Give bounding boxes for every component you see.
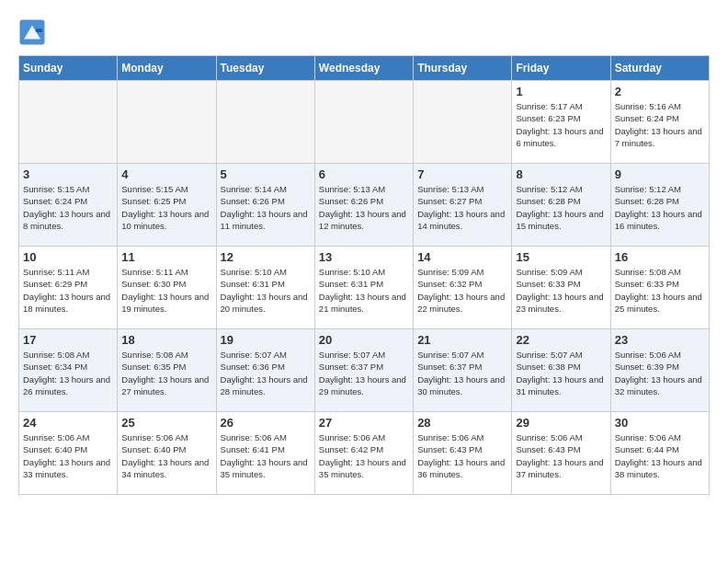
day-number: 30	[615, 416, 705, 430]
day-info: Sunrise: 5:06 AMSunset: 6:39 PMDaylight:…	[615, 349, 705, 397]
weekday-header-wednesday: Wednesday	[314, 56, 413, 81]
day-number: 27	[319, 416, 409, 430]
day-number: 11	[121, 250, 211, 264]
calendar-cell: 21Sunrise: 5:07 AMSunset: 6:37 PMDayligh…	[414, 329, 512, 412]
day-info: Sunrise: 5:07 AMSunset: 6:36 PMDaylight:…	[221, 349, 311, 397]
weekday-header-row: SundayMondayTuesdayWednesdayThursdayFrid…	[19, 56, 710, 81]
weekday-header-thursday: Thursday	[414, 56, 512, 81]
day-number: 20	[319, 333, 409, 347]
day-info: Sunrise: 5:11 AMSunset: 6:29 PMDaylight:…	[23, 266, 113, 315]
day-info: Sunrise: 5:08 AMSunset: 6:34 PMDaylight:…	[23, 349, 113, 397]
day-number: 14	[417, 250, 507, 264]
day-info: Sunrise: 5:12 AMSunset: 6:28 PMDaylight:…	[615, 183, 705, 232]
calendar-cell: 26Sunrise: 5:06 AMSunset: 6:41 PMDayligh…	[216, 412, 314, 495]
calendar-cell: 12Sunrise: 5:10 AMSunset: 6:31 PMDayligh…	[216, 247, 314, 329]
day-number: 29	[516, 416, 606, 430]
day-info: Sunrise: 5:08 AMSunset: 6:33 PMDaylight:…	[615, 266, 705, 315]
day-info: Sunrise: 5:11 AMSunset: 6:30 PMDaylight:…	[121, 266, 211, 315]
day-number: 21	[417, 333, 507, 347]
day-number: 25	[121, 416, 211, 430]
day-info: Sunrise: 5:10 AMSunset: 6:31 PMDaylight:…	[221, 266, 311, 315]
day-number: 22	[516, 333, 606, 347]
day-number: 17	[23, 333, 113, 347]
calendar-cell: 27Sunrise: 5:06 AMSunset: 6:42 PMDayligh…	[314, 412, 413, 495]
calendar-cell: 18Sunrise: 5:08 AMSunset: 6:35 PMDayligh…	[118, 329, 216, 412]
calendar-cell: 28Sunrise: 5:06 AMSunset: 6:43 PMDayligh…	[414, 412, 512, 495]
calendar-week-2: 3Sunrise: 5:15 AMSunset: 6:24 PMDaylight…	[19, 164, 710, 247]
day-number: 10	[23, 250, 113, 264]
calendar-cell	[118, 81, 216, 164]
logo	[18, 18, 51, 46]
calendar-cell: 22Sunrise: 5:07 AMSunset: 6:38 PMDayligh…	[512, 329, 610, 412]
day-info: Sunrise: 5:09 AMSunset: 6:33 PMDaylight:…	[516, 266, 606, 315]
calendar-cell: 13Sunrise: 5:10 AMSunset: 6:31 PMDayligh…	[314, 247, 413, 329]
logo-icon	[18, 18, 46, 46]
day-info: Sunrise: 5:06 AMSunset: 6:41 PMDaylight:…	[221, 431, 311, 480]
day-number: 24	[23, 416, 113, 430]
weekday-header-sunday: Sunday	[19, 56, 118, 81]
weekday-header-friday: Friday	[512, 56, 610, 81]
day-number: 18	[121, 333, 211, 347]
day-number: 9	[615, 167, 705, 181]
calendar-cell: 7Sunrise: 5:13 AMSunset: 6:27 PMDaylight…	[414, 164, 512, 247]
day-number: 5	[221, 167, 311, 181]
day-info: Sunrise: 5:15 AMSunset: 6:24 PMDaylight:…	[23, 183, 113, 232]
day-info: Sunrise: 5:06 AMSunset: 6:44 PMDaylight:…	[615, 431, 705, 480]
day-info: Sunrise: 5:06 AMSunset: 6:43 PMDaylight:…	[417, 431, 507, 480]
calendar-table: SundayMondayTuesdayWednesdayThursdayFrid…	[18, 55, 710, 495]
day-info: Sunrise: 5:07 AMSunset: 6:38 PMDaylight:…	[516, 349, 606, 397]
day-info: Sunrise: 5:06 AMSunset: 6:42 PMDaylight:…	[319, 431, 409, 480]
calendar-week-4: 17Sunrise: 5:08 AMSunset: 6:34 PMDayligh…	[19, 329, 710, 412]
calendar-cell: 16Sunrise: 5:08 AMSunset: 6:33 PMDayligh…	[610, 247, 709, 329]
day-info: Sunrise: 5:07 AMSunset: 6:37 PMDaylight:…	[417, 349, 507, 397]
day-info: Sunrise: 5:07 AMSunset: 6:37 PMDaylight:…	[319, 349, 409, 397]
calendar-cell: 20Sunrise: 5:07 AMSunset: 6:37 PMDayligh…	[314, 329, 413, 412]
calendar-cell: 8Sunrise: 5:12 AMSunset: 6:28 PMDaylight…	[512, 164, 610, 247]
calendar-cell: 5Sunrise: 5:14 AMSunset: 6:26 PMDaylight…	[216, 164, 314, 247]
calendar-cell	[216, 81, 314, 164]
day-info: Sunrise: 5:13 AMSunset: 6:26 PMDaylight:…	[319, 183, 409, 232]
calendar-cell: 23Sunrise: 5:06 AMSunset: 6:39 PMDayligh…	[610, 329, 709, 412]
weekday-header-tuesday: Tuesday	[216, 56, 314, 81]
calendar-cell: 19Sunrise: 5:07 AMSunset: 6:36 PMDayligh…	[216, 329, 314, 412]
day-number: 15	[516, 250, 606, 264]
calendar-cell	[19, 81, 118, 164]
day-info: Sunrise: 5:12 AMSunset: 6:28 PMDaylight:…	[516, 183, 606, 232]
day-number: 23	[615, 333, 705, 347]
day-info: Sunrise: 5:09 AMSunset: 6:32 PMDaylight:…	[417, 266, 507, 315]
day-info: Sunrise: 5:15 AMSunset: 6:25 PMDaylight:…	[121, 183, 211, 232]
calendar-body: 1Sunrise: 5:17 AMSunset: 6:23 PMDaylight…	[19, 81, 710, 495]
day-number: 7	[417, 167, 507, 181]
calendar-cell	[314, 81, 413, 164]
day-info: Sunrise: 5:06 AMSunset: 6:40 PMDaylight:…	[23, 431, 113, 480]
day-info: Sunrise: 5:06 AMSunset: 6:40 PMDaylight:…	[121, 431, 211, 480]
day-number: 6	[319, 167, 409, 181]
calendar-cell: 6Sunrise: 5:13 AMSunset: 6:26 PMDaylight…	[314, 164, 413, 247]
day-number: 28	[417, 416, 507, 430]
day-number: 2	[615, 85, 705, 98]
day-number: 16	[615, 250, 705, 264]
calendar-cell: 4Sunrise: 5:15 AMSunset: 6:25 PMDaylight…	[118, 164, 216, 247]
day-info: Sunrise: 5:14 AMSunset: 6:26 PMDaylight:…	[221, 183, 311, 232]
day-info: Sunrise: 5:10 AMSunset: 6:31 PMDaylight:…	[319, 266, 409, 315]
calendar-cell: 2Sunrise: 5:16 AMSunset: 6:24 PMDaylight…	[610, 81, 709, 164]
day-number: 19	[221, 333, 311, 347]
calendar-week-5: 24Sunrise: 5:06 AMSunset: 6:40 PMDayligh…	[19, 412, 710, 495]
day-number: 4	[121, 167, 211, 181]
calendar-cell: 1Sunrise: 5:17 AMSunset: 6:23 PMDaylight…	[512, 81, 610, 164]
calendar-cell: 25Sunrise: 5:06 AMSunset: 6:40 PMDayligh…	[118, 412, 216, 495]
calendar-cell	[414, 81, 512, 164]
weekday-header-saturday: Saturday	[610, 56, 709, 81]
day-info: Sunrise: 5:13 AMSunset: 6:27 PMDaylight:…	[417, 183, 507, 232]
calendar-cell: 10Sunrise: 5:11 AMSunset: 6:29 PMDayligh…	[19, 247, 118, 329]
calendar-cell: 3Sunrise: 5:15 AMSunset: 6:24 PMDaylight…	[19, 164, 118, 247]
day-number: 26	[221, 416, 311, 430]
day-info: Sunrise: 5:16 AMSunset: 6:24 PMDaylight:…	[615, 100, 705, 149]
calendar-cell: 11Sunrise: 5:11 AMSunset: 6:30 PMDayligh…	[118, 247, 216, 329]
calendar-cell: 17Sunrise: 5:08 AMSunset: 6:34 PMDayligh…	[19, 329, 118, 412]
day-number: 12	[221, 250, 311, 264]
day-info: Sunrise: 5:17 AMSunset: 6:23 PMDaylight:…	[516, 100, 606, 149]
day-number: 3	[23, 167, 113, 181]
calendar-week-1: 1Sunrise: 5:17 AMSunset: 6:23 PMDaylight…	[19, 81, 710, 164]
calendar-cell: 24Sunrise: 5:06 AMSunset: 6:40 PMDayligh…	[19, 412, 118, 495]
